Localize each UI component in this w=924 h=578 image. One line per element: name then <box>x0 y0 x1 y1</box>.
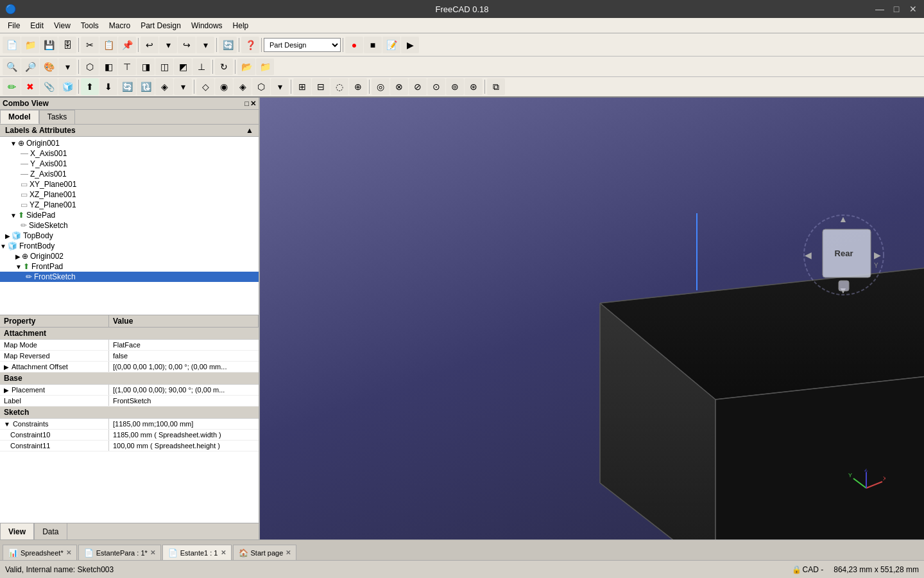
viewport[interactable]: ▲ ▼ ◀ ▶ Rear Y X Y Z <box>260 98 924 539</box>
vd-tab-view[interactable]: View <box>0 523 34 539</box>
prop-value-constraint11[interactable]: 100,00 mm ( Spreadsheet.height ) <box>109 441 259 451</box>
tree-item-frontsketch[interactable]: ✏ FrontSketch <box>0 272 259 282</box>
boolean2-button[interactable]: ⊗ <box>390 78 408 95</box>
chamfer-button[interactable]: ◇ <box>196 78 214 95</box>
multitransform-button[interactable]: ⊕ <box>349 78 367 95</box>
minimize-button[interactable]: — <box>874 4 886 14</box>
doc-tab-spreadsheet[interactable]: 📊 Spreadsheet* ✕ <box>3 545 77 560</box>
stop-button[interactable]: ■ <box>364 37 382 53</box>
startpage-close[interactable]: ✕ <box>286 549 291 556</box>
tree-arrow-sidepad[interactable]: ▼ <box>10 212 17 219</box>
tree-item-topbody[interactable]: ▶ 🧊 TopBody <box>0 231 259 241</box>
macro-button[interactable]: 📝 <box>382 37 400 53</box>
boolean-button[interactable]: ◎ <box>372 78 389 95</box>
tree-arrow-topbody[interactable]: ▶ <box>5 232 10 240</box>
draft-button[interactable]: ◈ <box>234 78 252 95</box>
loft-button[interactable]: ◈ <box>155 78 173 95</box>
attach-button[interactable]: 📎 <box>40 78 58 95</box>
help-button[interactable]: ❓ <box>241 37 259 53</box>
boolean5-button[interactable]: ⊚ <box>446 78 464 95</box>
tree-arrow-origin001[interactable]: ▼ <box>10 140 17 147</box>
tree-item-xyplane001[interactable]: ▭ XY_Plane001 <box>0 179 259 189</box>
cut-button[interactable]: ✂ <box>81 37 99 53</box>
combo-view-maximize[interactable]: □ <box>244 100 249 108</box>
tree-arrow-origin002[interactable]: ▶ <box>15 253 21 260</box>
tree-item-sidepad[interactable]: ▼ ⬆ SidePad <box>0 210 259 220</box>
close-button[interactable]: ✕ <box>907 4 919 14</box>
revolution-button[interactable]: 🔄 <box>118 78 136 95</box>
body-button[interactable]: 🧊 <box>58 78 76 95</box>
nav-cube[interactable]: ▲ ▼ ◀ ▶ Rear Y <box>802 213 886 297</box>
zoom-fit-button[interactable]: 🔍 <box>3 58 21 75</box>
prop-value-constraint10[interactable]: 1185,00 mm ( Spreadsheet.width ) <box>109 430 259 440</box>
thickness-dropdown[interactable]: ▾ <box>271 78 289 95</box>
clone-button[interactable]: ⧉ <box>487 78 505 95</box>
prop-value-attachoffset[interactable]: [(0,00 0,00 1,00); 0,00 °; (0,00 mm... <box>109 362 259 372</box>
menu-view[interactable]: View <box>49 20 76 31</box>
saveas-button[interactable]: 🗄 <box>58 37 76 53</box>
redo-dropdown[interactable]: ▾ <box>196 37 214 53</box>
menu-edit[interactable]: Edit <box>25 20 49 31</box>
sketch-button[interactable]: ✏ <box>3 78 21 95</box>
mirror-button[interactable]: ⊞ <box>293 78 311 95</box>
tree-item-yzplane001[interactable]: ▭ YZ_Plane001 <box>0 200 259 210</box>
zoom-in-button[interactable]: 🔎 <box>21 58 39 75</box>
open-folder-button[interactable]: 📂 <box>237 58 255 75</box>
spreadsheet-close[interactable]: ✕ <box>66 549 71 556</box>
maximize-button[interactable]: □ <box>891 4 902 14</box>
menu-macro[interactable]: Macro <box>104 20 135 31</box>
placement-expand[interactable]: ▶ <box>4 387 9 394</box>
doc-tab-startpage[interactable]: 🏠 Start page ✕ <box>233 545 297 560</box>
groove-button[interactable]: 🔃 <box>137 78 155 95</box>
play-button[interactable]: ▶ <box>401 37 419 53</box>
menu-windows[interactable]: Windows <box>186 20 228 31</box>
doc-tab-estantepara[interactable]: 📄 EstantePara : 1* ✕ <box>78 545 161 560</box>
undo-dropdown[interactable]: ▾ <box>159 37 177 53</box>
attachoffset-expand[interactable]: ▶ <box>4 363 9 371</box>
tab-model[interactable]: Model <box>0 110 39 124</box>
tree-item-xzplane001[interactable]: ▭ XZ_Plane001 <box>0 189 259 200</box>
tree-item-sidesketch[interactable]: ✏ SideSketch <box>0 220 259 231</box>
isometric-button[interactable]: ⬡ <box>81 58 99 75</box>
menu-partdesign[interactable]: Part Design <box>135 20 186 31</box>
top-view-button[interactable]: ⊤ <box>118 58 136 75</box>
linearpattern-button[interactable]: ⊟ <box>312 78 330 95</box>
new-button[interactable]: 📄 <box>3 37 21 53</box>
boolean3-button[interactable]: ⊘ <box>409 78 427 95</box>
undo-button[interactable]: ↩ <box>141 37 158 53</box>
prop-value-mapreversed[interactable]: false <box>109 351 259 361</box>
right-view-button[interactable]: ◨ <box>137 58 155 75</box>
menu-help[interactable]: Help <box>228 20 254 31</box>
left-view-button[interactable]: ◩ <box>174 58 192 75</box>
rotate-button[interactable]: ↻ <box>215 58 233 75</box>
tree-item-yaxis001[interactable]: — Y_Axis001 <box>0 159 259 169</box>
fillet-button[interactable]: ◉ <box>215 78 233 95</box>
record-button[interactable]: ● <box>345 37 363 53</box>
menu-tools[interactable]: Tools <box>76 20 104 31</box>
rear-view-button[interactable]: ◫ <box>155 58 173 75</box>
bottom-view-button[interactable]: ⊥ <box>193 58 210 75</box>
tree-item-zaxis001[interactable]: — Z_Axis001 <box>0 169 259 179</box>
boolean4-button[interactable]: ⊙ <box>427 78 445 95</box>
boolean6-button[interactable]: ⊛ <box>465 78 483 95</box>
save-button[interactable]: 💾 <box>40 37 58 53</box>
front-view-button[interactable]: ◧ <box>99 58 117 75</box>
tree-item-xaxis001[interactable]: — X_Axis001 <box>0 148 259 159</box>
prop-value-label[interactable]: FrontSketch <box>109 396 259 406</box>
menu-file[interactable]: File <box>3 20 25 31</box>
tree-item-origin001[interactable]: ▼ ⊕ Origin001 <box>0 138 259 148</box>
pocket-button[interactable]: ⬇ <box>99 78 117 95</box>
close-sketch-button[interactable]: ✖ <box>21 78 39 95</box>
copy-button[interactable]: 📋 <box>99 37 117 53</box>
tab-tasks[interactable]: Tasks <box>39 110 76 124</box>
prop-value-mapmode[interactable]: FlatFace <box>109 340 259 350</box>
tree-item-frontpad[interactable]: ▼ ⬆ FrontPad <box>0 261 259 272</box>
draw-style-button[interactable]: 🎨 <box>40 58 58 75</box>
thickness-button[interactable]: ⬡ <box>252 78 270 95</box>
prop-value-placement[interactable]: [(1,00 0,00 0,00); 90,00 °; (0,00 m... <box>109 385 259 395</box>
draw-style-dropdown[interactable]: ▾ <box>58 58 76 75</box>
tree-arrow-frontpad[interactable]: ▼ <box>15 263 22 270</box>
tree-item-frontbody[interactable]: ▼ 🧊 FrontBody <box>0 241 259 251</box>
constraints-expand[interactable]: ▼ <box>4 421 10 428</box>
workbench-select[interactable]: Part Design Sketcher Part <box>264 38 341 52</box>
